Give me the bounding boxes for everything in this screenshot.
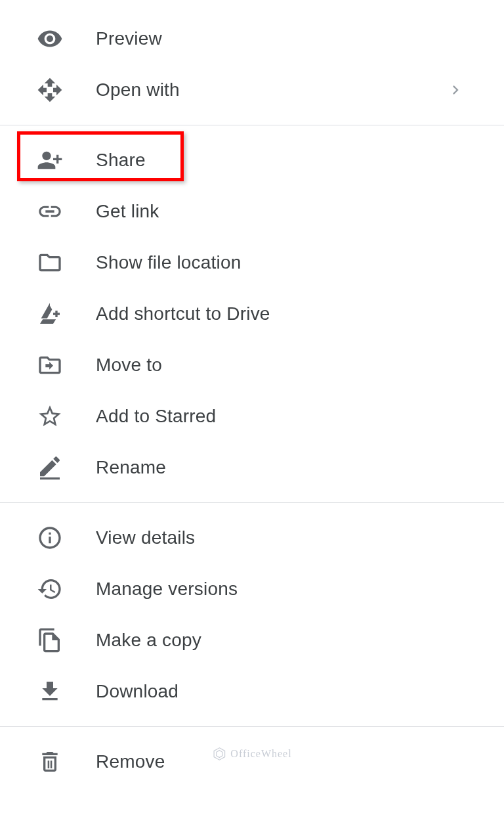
chevron-right-icon [446, 81, 465, 99]
eye-icon [37, 26, 63, 52]
person-add-icon [37, 147, 63, 173]
menu-item-label: Share [96, 150, 146, 171]
link-icon [37, 198, 63, 225]
pencil-icon [37, 454, 63, 481]
menu-item-get-link[interactable]: Get link [0, 186, 504, 237]
menu-item-share[interactable]: Share [0, 135, 504, 186]
menu-divider [0, 125, 504, 125]
trash-icon [37, 749, 63, 775]
svg-marker-1 [217, 751, 222, 758]
context-menu: Preview Open with Share Get link Show fi… [0, 0, 504, 787]
menu-item-add-shortcut[interactable]: Add shortcut to Drive [0, 288, 504, 340]
menu-item-remove[interactable]: Remove OfficeWheel [0, 736, 504, 787]
menu-divider [0, 726, 504, 727]
info-icon [37, 525, 63, 551]
menu-item-label: Preview [96, 28, 162, 49]
copy-icon [37, 627, 63, 653]
menu-item-view-details[interactable]: View details [0, 512, 504, 563]
menu-item-label: Remove [96, 751, 165, 772]
menu-item-label: Rename [96, 457, 166, 478]
menu-item-label: Add to Starred [96, 406, 216, 427]
menu-item-rename[interactable]: Rename [0, 442, 504, 493]
folder-move-icon [37, 352, 63, 378]
menu-item-label: Add shortcut to Drive [96, 303, 270, 324]
menu-item-label: Manage versions [96, 579, 238, 600]
menu-item-label: Get link [96, 201, 159, 222]
menu-item-label: Make a copy [96, 630, 201, 651]
star-icon [37, 403, 63, 429]
menu-item-label: Download [96, 681, 178, 702]
menu-item-label: Open with [96, 79, 180, 100]
watermark-text: OfficeWheel [230, 748, 291, 760]
menu-item-label: Move to [96, 355, 162, 376]
menu-item-download[interactable]: Download [0, 666, 504, 717]
menu-item-add-starred[interactable]: Add to Starred [0, 391, 504, 442]
folder-icon [37, 250, 63, 276]
svg-marker-0 [214, 748, 225, 760]
menu-item-move-to[interactable]: Move to [0, 340, 504, 391]
menu-item-open-with[interactable]: Open with [0, 64, 504, 116]
download-icon [37, 678, 63, 705]
menu-item-preview[interactable]: Preview [0, 13, 504, 64]
watermark: OfficeWheel [212, 747, 291, 761]
move-arrows-icon [37, 77, 63, 103]
menu-item-label: Show file location [96, 252, 242, 273]
drive-shortcut-icon [37, 301, 63, 327]
menu-divider [0, 502, 504, 503]
history-icon [37, 576, 63, 602]
menu-item-show-location[interactable]: Show file location [0, 237, 504, 288]
menu-item-make-copy[interactable]: Make a copy [0, 615, 504, 666]
menu-item-manage-versions[interactable]: Manage versions [0, 563, 504, 615]
menu-item-label: View details [96, 527, 195, 548]
